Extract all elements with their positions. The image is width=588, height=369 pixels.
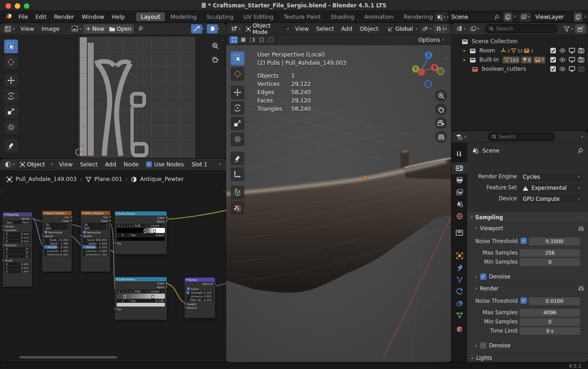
checkbox-checked-icon[interactable]: ✓ <box>187 287 190 290</box>
menu-view[interactable]: View <box>56 161 77 168</box>
tool-boolean-cut[interactable] <box>231 201 244 215</box>
viewlayer-name-field[interactable]: ViewLayer <box>532 12 573 22</box>
node-color-ramp-1[interactable]: ▾Color Ramp Color Alpha + − ▾ RGB▾ Linea… <box>115 211 167 254</box>
tab-shading[interactable]: Shading <box>326 12 359 21</box>
socket-out-color[interactable] <box>109 220 111 221</box>
menu-view[interactable]: View <box>292 25 313 32</box>
noise-threshold-field[interactable]: 0.0100 <box>529 297 580 305</box>
color-ramp-gradient[interactable] <box>117 228 165 233</box>
pan-button[interactable] <box>435 103 447 115</box>
outliner-row-room[interactable]: ▸ Room 3 33 3 <box>452 46 588 55</box>
render-disable-icon[interactable] <box>578 57 584 62</box>
viewport-denoise-row[interactable]: ▸ ✓ Denoise <box>467 272 588 281</box>
menu-window[interactable]: Window <box>78 13 108 20</box>
hide-eye-icon[interactable] <box>559 57 566 63</box>
tool-rotate[interactable] <box>4 89 18 103</box>
socket-in-vector[interactable] <box>2 225 4 227</box>
outliner-row-scene-collection[interactable]: Scene Collection <box>452 37 588 46</box>
display-mode-button[interactable]: ▾ <box>468 24 482 34</box>
sampling-panel-header[interactable]: ▾Sampling ∷∷ <box>467 213 588 221</box>
shader-type-dropdown[interactable]: Object▾ <box>17 160 56 169</box>
device-dropdown[interactable]: GPU Compute▾ <box>520 195 583 203</box>
use-nodes-checkbox[interactable]: ✓ Use Nodes <box>146 161 184 168</box>
tab-layout[interactable]: Layout <box>136 12 165 21</box>
color-mode-dropdown[interactable]: RGB▾ <box>133 290 149 293</box>
socket-in-filter-width[interactable] <box>187 300 187 302</box>
editor-type-button[interactable]: ▾ <box>454 24 468 34</box>
socket-out-color[interactable] <box>166 282 168 284</box>
zoom-button[interactable] <box>435 90 447 102</box>
tool-annotate[interactable] <box>4 139 18 153</box>
menu-view[interactable]: View <box>17 25 38 32</box>
socket-out-vector[interactable] <box>31 217 33 219</box>
max-samples-field[interactable]: 4096 <box>520 309 580 317</box>
tool-transform[interactable] <box>4 120 18 134</box>
socket-in-lacunarity[interactable] <box>83 251 83 253</box>
tab-object[interactable] <box>452 250 467 261</box>
region-toggle-icon[interactable]: ‹ <box>223 189 225 194</box>
gizmo-x-neg-axis[interactable] <box>418 68 425 76</box>
unlink-scene-icon[interactable]: ✕ <box>513 12 517 22</box>
socket-in-lacunarity[interactable] <box>44 251 45 253</box>
color-ramp-gradient[interactable] <box>117 294 165 299</box>
display-channels-button[interactable] <box>207 24 218 34</box>
tab-modeling[interactable]: Modeling <box>166 12 201 21</box>
viewlayer-browse-button[interactable]: ▾ <box>519 12 531 22</box>
select-mode-extend[interactable] <box>239 36 247 44</box>
tool-cursor[interactable] <box>4 55 18 69</box>
snap-toggle-button[interactable] <box>434 24 449 34</box>
socket-in-detail[interactable] <box>83 244 83 245</box>
chevron-down-icon[interactable]: ▾ <box>581 135 583 139</box>
tab-scene[interactable] <box>452 198 467 210</box>
socket-in-distance[interactable] <box>187 296 187 298</box>
socket-out-alpha[interactable] <box>166 286 168 288</box>
proportional-edit-button[interactable] <box>191 24 202 34</box>
tab-world[interactable] <box>452 210 467 222</box>
render-disable-icon[interactable] <box>578 66 584 72</box>
new-collection-button[interactable] <box>575 24 586 34</box>
noise-threshold-checkbox[interactable]: ✓ <box>520 238 527 244</box>
region-toggle-icon[interactable]: › <box>1 189 3 194</box>
remove-stop-button[interactable]: − <box>122 224 127 227</box>
hide-eye-icon[interactable] <box>559 66 566 72</box>
new-scene-button[interactable] <box>503 12 512 22</box>
stop-color-swatch[interactable] <box>117 237 165 241</box>
stop-position-field[interactable]: Pos0.629 <box>130 233 165 237</box>
tab-sculpting[interactable]: Sculpting <box>202 12 238 21</box>
tool-scale[interactable] <box>231 117 244 131</box>
tool-cursor[interactable] <box>231 67 244 81</box>
editor-type-button[interactable]: ▾ <box>454 132 469 142</box>
socket-in-vector[interactable] <box>80 235 82 237</box>
stop-position-field[interactable]: Pos0.738 <box>130 299 165 302</box>
pin-icon[interactable] <box>137 26 143 32</box>
search-input[interactable] <box>498 134 550 140</box>
tab-view-layer[interactable] <box>452 186 467 198</box>
render-denoise-row[interactable]: ▸ Denoise <box>467 341 588 350</box>
ramp-stop-handle[interactable] <box>124 295 126 299</box>
new-image-button[interactable]: +New <box>84 24 107 34</box>
viewport-subpanel-header[interactable]: ▾Viewport <box>467 224 588 233</box>
stop-index-field[interactable]: 0 <box>117 233 129 237</box>
chevron-down-icon[interactable]: ▾ <box>202 27 204 31</box>
checkbox-icon[interactable] <box>550 57 556 63</box>
tab-modifiers[interactable] <box>452 261 467 273</box>
denoise-checkbox[interactable] <box>480 342 486 349</box>
tool-add-cube[interactable] <box>231 186 244 199</box>
node-canvas[interactable]: Pull_Ashdale_149.003 › Plane.001 › Antiq… <box>0 170 226 362</box>
checkbox-checked-icon[interactable]: ✓ <box>83 231 86 233</box>
menu-select[interactable]: Select <box>312 25 338 32</box>
menu-file[interactable]: File <box>15 13 32 20</box>
tool-transform[interactable] <box>231 132 244 146</box>
tool-measure[interactable] <box>231 167 244 181</box>
min-samples-field[interactable]: 0 <box>520 258 580 266</box>
socket-in-fac[interactable] <box>114 308 116 310</box>
checkbox-icon[interactable] <box>550 66 556 72</box>
menu-add[interactable]: Add <box>102 161 120 168</box>
open-image-button[interactable]: Open <box>107 24 134 34</box>
noise-threshold-checkbox[interactable]: ✓ <box>520 297 527 304</box>
tab-material[interactable] <box>452 323 467 335</box>
socket-in-fac[interactable] <box>114 242 116 244</box>
menu-render[interactable]: Render <box>50 13 78 20</box>
tool-move[interactable] <box>231 85 244 99</box>
socket-in-normal[interactable] <box>184 307 186 308</box>
